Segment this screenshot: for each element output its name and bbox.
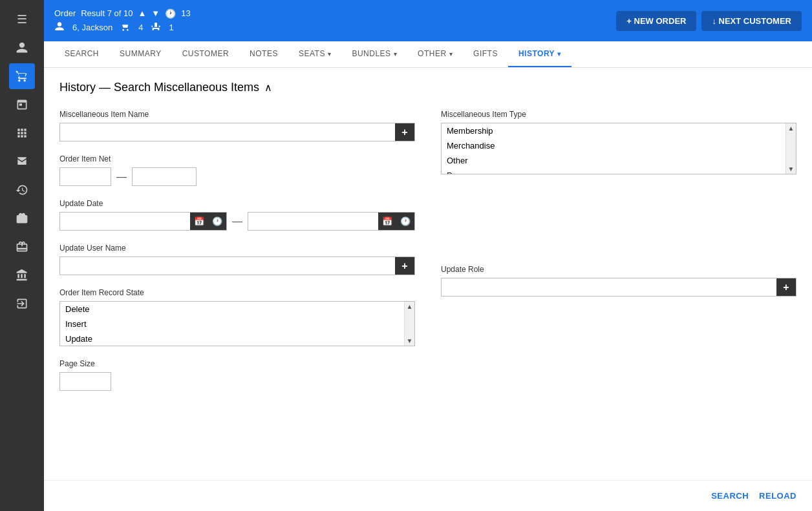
- misc-item-name-add-button[interactable]: +: [395, 123, 414, 141]
- update-user-name-group: Update User Name +: [59, 244, 415, 275]
- next-customer-button[interactable]: ↓ NEXT CUSTOMER: [701, 11, 802, 31]
- tab-search[interactable]: SEARCH: [54, 41, 109, 67]
- scroll-up-icon[interactable]: ▲: [405, 302, 414, 311]
- record-state-scrollbar: ▲ ▼: [404, 302, 414, 346]
- update-user-name-input-wrapper: +: [59, 256, 415, 275]
- user-icon[interactable]: [9, 35, 35, 61]
- update-role-label: Update Role: [441, 265, 796, 274]
- tab-bundles[interactable]: BUNDLES ▾: [341, 41, 407, 67]
- misc-item-type-label: Miscellaneous Item Type: [441, 110, 796, 119]
- list-item[interactable]: Insert: [60, 317, 404, 331]
- header-actions: + NEW ORDER ↓ NEXT CUSTOMER: [616, 11, 802, 31]
- bundles-chevron-icon: ▾: [394, 50, 398, 57]
- list-item[interactable]: Membership: [442, 123, 785, 138]
- tab-summary[interactable]: SUMMARY: [109, 41, 172, 67]
- timer-icon: 🕐: [165, 8, 176, 19]
- logout-icon[interactable]: [9, 291, 35, 317]
- customer-name: 6, Jackson: [72, 23, 112, 32]
- record-state-label: Order Item Record State: [59, 288, 415, 297]
- order-item-net-to-input[interactable]: [132, 167, 197, 186]
- nav-tabs: SEARCH SUMMARY CUSTOMER NOTES SEATS ▾ BU…: [44, 41, 812, 68]
- cart-count: 4: [138, 23, 143, 32]
- update-date-range: 📅 🕐 — 📅 🕐: [59, 212, 415, 231]
- update-role-group: Update Role +: [441, 265, 796, 297]
- update-date-to-input[interactable]: [248, 213, 378, 230]
- other-chevron-icon: ▾: [449, 50, 453, 57]
- bottom-actions: SEARCH RELOAD: [44, 480, 812, 511]
- update-date-from-time-button[interactable]: 🕐: [208, 213, 226, 230]
- update-user-name-input[interactable]: [60, 257, 395, 275]
- tab-seats[interactable]: SEATS ▾: [288, 41, 341, 67]
- order-info: Order Result 7 of 10 ▲ ▼ 🕐 13: [54, 8, 191, 19]
- record-state-list[interactable]: Delete Insert Update: [60, 302, 404, 346]
- misc-item-type-listbox: Membership Merchandise Other Pass ▲ ▼: [441, 123, 796, 174]
- collapse-icon[interactable]: ∧: [264, 81, 272, 94]
- update-date-to-wrapper: 📅 🕐: [248, 212, 415, 231]
- order-item-net-group: Order Item Net —: [59, 154, 415, 186]
- order-item-net-label: Order Item Net: [59, 154, 415, 163]
- misc-item-type-list[interactable]: Membership Merchandise Other Pass: [442, 123, 785, 174]
- update-date-from-input[interactable]: [60, 213, 190, 230]
- record-state-listbox: Delete Insert Update ▲ ▼: [59, 301, 415, 346]
- seats-chevron-icon: ▾: [328, 50, 332, 57]
- update-role-input[interactable]: [442, 278, 776, 296]
- page-size-group: Page Size 10: [59, 359, 415, 391]
- content-area: History — Search Miscellaneous Items ∧ M…: [44, 68, 812, 480]
- list-item[interactable]: Pass: [442, 168, 785, 174]
- cart-icon[interactable]: [9, 63, 35, 89]
- nav-down-icon[interactable]: ▼: [151, 8, 160, 18]
- tab-customer[interactable]: CUSTOMER: [172, 41, 239, 67]
- misc-type-scroll-up-icon[interactable]: ▲: [787, 123, 796, 133]
- update-date-to-calendar-button[interactable]: 📅: [378, 213, 396, 230]
- search-button[interactable]: SEARCH: [711, 491, 749, 501]
- search-form: Miscellaneous Item Name + Order Item Net…: [59, 110, 796, 391]
- update-date-to-time-button[interactable]: 🕐: [396, 213, 414, 230]
- date-range-separator: —: [232, 216, 242, 227]
- gift-icon[interactable]: [9, 234, 35, 260]
- header-bar: Order Result 7 of 10 ▲ ▼ 🕐 13 6, Jackson…: [44, 0, 812, 41]
- page-title: History — Search Miscellaneous Items ∧: [59, 81, 796, 94]
- widgets-icon[interactable]: [9, 120, 35, 146]
- misc-item-type-group: Miscellaneous Item Type Membership Merch…: [441, 110, 796, 174]
- list-item[interactable]: Merchandise: [442, 138, 785, 153]
- gift-card-icon[interactable]: [9, 205, 35, 231]
- misc-item-name-group: Miscellaneous Item Name +: [59, 110, 415, 141]
- list-item[interactable]: Other: [442, 153, 785, 168]
- range-separator-1: —: [116, 171, 127, 183]
- list-item[interactable]: Delete: [60, 302, 404, 317]
- tab-history[interactable]: HISTORY ▾: [508, 41, 572, 67]
- update-role-input-wrapper: +: [441, 278, 796, 297]
- misc-type-scrollbar: ▲ ▼: [785, 123, 796, 174]
- misc-type-scroll-down-icon[interactable]: ▼: [787, 164, 796, 174]
- update-date-from-wrapper: 📅 🕐: [59, 212, 227, 231]
- misc-item-name-input-wrapper: +: [59, 123, 415, 141]
- store-icon[interactable]: [9, 149, 35, 174]
- page-size-input[interactable]: 10: [59, 372, 111, 391]
- record-state-group: Order Item Record State Delete Insert Up…: [59, 288, 415, 346]
- list-item[interactable]: Update: [60, 331, 404, 346]
- scroll-down-icon[interactable]: ▼: [405, 336, 414, 346]
- menu-icon[interactable]: ☰: [9, 6, 35, 32]
- order-item-net-range: —: [59, 167, 415, 186]
- tab-gifts[interactable]: GIFTS: [463, 41, 508, 67]
- seat-count: 1: [169, 23, 173, 32]
- header-info: Order Result 7 of 10 ▲ ▼ 🕐 13 6, Jackson…: [54, 8, 191, 34]
- seat-header-icon: [151, 21, 161, 34]
- new-order-button[interactable]: + NEW ORDER: [616, 11, 696, 31]
- nav-up-icon[interactable]: ▲: [138, 8, 146, 18]
- misc-item-name-label: Miscellaneous Item Name: [59, 110, 415, 119]
- page-size-label: Page Size: [59, 359, 415, 368]
- reload-button[interactable]: RELOAD: [759, 491, 796, 501]
- order-item-net-from-input[interactable]: [59, 167, 111, 186]
- main-area: Order Result 7 of 10 ▲ ▼ 🕐 13 6, Jackson…: [44, 0, 812, 511]
- update-date-label: Update Date: [59, 199, 415, 208]
- calendar-icon[interactable]: [9, 92, 35, 118]
- tab-other[interactable]: OTHER ▾: [407, 41, 463, 67]
- misc-item-name-input[interactable]: [60, 123, 395, 141]
- bank-icon[interactable]: [9, 262, 35, 288]
- history-icon[interactable]: [9, 177, 35, 203]
- update-role-add-button[interactable]: +: [776, 278, 796, 296]
- tab-notes[interactable]: NOTES: [239, 41, 288, 67]
- update-user-name-add-button[interactable]: +: [395, 257, 414, 275]
- update-date-from-calendar-button[interactable]: 📅: [190, 213, 208, 230]
